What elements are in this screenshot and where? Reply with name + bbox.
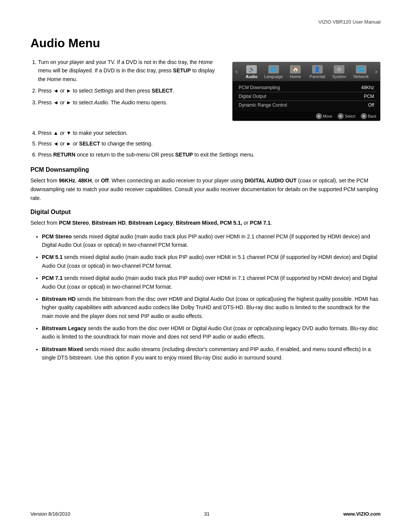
parental-icon: 👤	[312, 65, 323, 73]
audio-icon: 🔊	[246, 65, 257, 73]
step-6: Press RETURN once to return to the sub-m…	[38, 150, 381, 159]
intro-steps-list: Turn on your player and your TV. If a DV…	[30, 58, 221, 110]
system-icon: ⚙	[334, 65, 344, 73]
tab-language: 🌐 Language	[263, 64, 285, 80]
digital-output-bullets: PCM Stereo sends mixed digital audio (ma…	[42, 232, 381, 362]
bullet-pcm-stereo: PCM Stereo sends mixed digital audio (ma…	[42, 232, 381, 249]
move-label: Move	[323, 114, 332, 118]
bullet-bitstream-legacy: Bitstream Legacy sends the audio from th…	[42, 324, 381, 341]
select-label: Select	[345, 114, 355, 118]
menu-nav: ‹ 🔊 Audio 🌐 Language 🏠 Home 👤 Parental	[233, 62, 380, 81]
remaining-steps: Press ▲ or ▼ to make your selection. Pre…	[30, 129, 381, 159]
menu-items: PCM Downsampling 48Khz Digital Output PC…	[233, 81, 380, 112]
page-header: VIZIO VBR120 User Manual	[30, 19, 381, 25]
nav-right-arrow: ›	[372, 67, 380, 77]
menu-footer: ⊕ Move ⊕ Select ⊕ Back	[233, 112, 380, 121]
page: VIZIO VBR120 User Manual Audio Menu Turn…	[0, 0, 411, 532]
step-4: Press ▲ or ▼ to make your selection.	[38, 129, 381, 137]
footer-website: www.VIZIO.com	[343, 511, 381, 517]
language-icon: 🌐	[268, 65, 279, 73]
tab-parental-label: Parental	[309, 74, 325, 79]
bullet-pcm-51: PCM 5.1 sends mixed digital audio (main …	[42, 253, 381, 270]
tab-network-label: Network	[354, 74, 369, 79]
move-icon: ⊕	[316, 113, 322, 119]
bullet-bitstream-hd: Bitstream HD sends the bitstream from th…	[42, 295, 381, 320]
tab-system: ⚙ System	[328, 64, 350, 80]
tab-network: 🌐 Network	[350, 64, 372, 80]
intro-step-3: Press ◄ or ► to select Audio. The Audio …	[38, 98, 221, 107]
dynamic-value: Off	[368, 102, 374, 108]
page-footer: Version 8/16/2010 31 www.VIZIO.com	[30, 511, 381, 517]
digital-output-section-title: Digital Output	[30, 209, 381, 216]
step-5: Press ◄ or ► or SELECT to change the set…	[38, 139, 381, 148]
menu-row-pcm: PCM Downsampling 48Khz	[236, 83, 376, 92]
footer-page-number: 31	[204, 511, 209, 517]
pcm-value: 48Khz	[361, 85, 374, 90]
bullet-pcm-71: PCM 7.1 sends mixed digital audio (main …	[42, 274, 381, 291]
nav-left-arrow: ‹	[233, 67, 241, 77]
pcm-section-title: PCM Downsampling	[30, 166, 381, 173]
tab-home: 🏠 Home	[284, 64, 306, 80]
tab-audio-label: Audio	[246, 74, 258, 79]
menu-row-dynamic: Dynamic Range Control Off	[236, 101, 376, 109]
network-icon: 🌐	[356, 65, 366, 73]
select-icon: ⊕	[338, 113, 344, 119]
tab-audio: 🔊 Audio	[241, 64, 263, 80]
tab-system-label: System	[332, 74, 346, 79]
digital-output-intro: Select from PCM Stereo, Bitstream HD, Bi…	[30, 219, 381, 227]
bullet-bitstream-mixed: Bitstream Mixed sends mixed disc audio s…	[42, 345, 381, 362]
manual-title: VIZIO VBR120 User Manual	[319, 19, 381, 25]
intro-section: Turn on your player and your TV. If a DV…	[30, 58, 381, 121]
footer-back: ⊕ Back	[361, 113, 376, 119]
home-icon: 🏠	[290, 65, 301, 73]
intro-step-1: Turn on your player and your TV. If a DV…	[38, 58, 221, 83]
menu-row-digital: Digital Output PCM	[236, 92, 376, 101]
tab-parental: 👤 Parental	[306, 64, 328, 80]
footer-move: ⊕ Move	[316, 113, 332, 119]
menu-screenshot: ‹ 🔊 Audio 🌐 Language 🏠 Home 👤 Parental	[232, 62, 381, 121]
footer-select: ⊕ Select	[338, 113, 355, 119]
pcm-label: PCM Downsampling	[239, 85, 280, 90]
back-icon: ⊕	[361, 113, 367, 119]
tab-language-label: Language	[264, 74, 283, 79]
digital-label: Digital Output	[239, 94, 266, 99]
pcm-section-body: Select from 96KHz, 48KH, or Off. When co…	[30, 176, 381, 203]
footer-version: Version 8/16/2010	[30, 511, 70, 517]
dynamic-label: Dynamic Range Control	[239, 102, 287, 108]
back-label: Back	[368, 114, 376, 118]
intro-step-2: Press ◄ or ► to select Settings and then…	[38, 86, 221, 95]
digital-value: PCM	[364, 94, 374, 99]
tab-home-label: Home	[290, 74, 301, 79]
page-title: Audio Menu	[30, 36, 381, 50]
